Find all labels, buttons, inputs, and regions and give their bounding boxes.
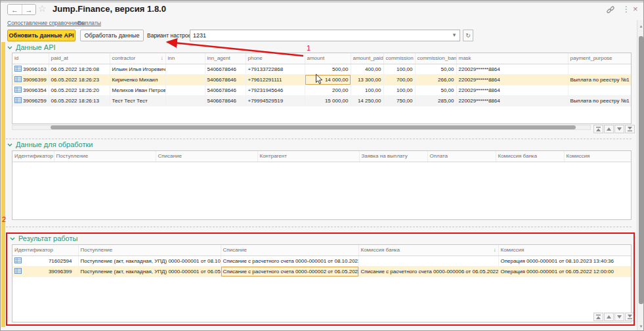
favorite-star-icon[interactable]: ☆ [38,3,47,14]
cell[interactable]: 5406678646 [205,95,246,106]
table-row[interactable]: 3909639906.05.2022 18:26:23Кириченко Мих… [12,74,632,85]
cell[interactable]: Поступление (акт, накладная, УПД) 0000-0… [78,255,221,266]
scroll-down-button[interactable] [614,125,624,133]
cell[interactable]: Операция 0000-000001 от 06.05.2022 12:00… [498,266,632,276]
cell[interactable]: Мелихов Иван Петров... [110,85,165,95]
column-header[interactable]: id [12,53,49,64]
cell[interactable]: Кириченко Михаил [110,74,165,85]
forward-button[interactable]: → [22,5,35,14]
cell[interactable]: +79133722868 [246,64,305,74]
cell[interactable]: Ильин Илья Игоревич [110,64,165,74]
cell[interactable]: +79994529519 [246,95,305,106]
column-header[interactable]: commission_bank [415,53,456,64]
column-header[interactable]: paid_at [49,53,110,64]
close-icon[interactable]: × [633,5,638,14]
column-header[interactable]: Идентификатор [12,151,54,162]
section-header-work-result[interactable]: Результат работы [10,234,77,242]
scroll-up-arrow-icon[interactable]: ▲ [639,24,643,28]
section-header-api-data[interactable]: Данные API [7,43,56,51]
cell[interactable]: Операция 0000-000001 от 08.10.2023 13:40… [498,255,632,266]
column-header[interactable]: Идентификатор [12,245,78,255]
cell[interactable]: 220029******8864 [456,64,568,74]
cell[interactable] [165,85,205,95]
cell[interactable]: 06.05.2022 18:26:20 [49,85,110,95]
settings-variant-combobox[interactable]: 1231 ▾ [190,30,460,41]
column-header[interactable]: Заявка на выплату [359,151,427,162]
cell[interactable]: 39096259 [12,95,49,106]
column-header[interactable]: Оплата [427,151,496,162]
cell[interactable]: 39096163 [12,64,49,74]
scroll-to-top-button[interactable] [593,313,603,321]
cell[interactable]: 39096399 [12,74,49,85]
cell[interactable]: Выплата по реестру №1 [568,74,632,85]
column-header[interactable]: inn [165,53,205,64]
cell[interactable]: Списание с расчетного счета 0000-000001 … [221,255,358,266]
column-header[interactable]: inn_agent [205,53,246,64]
cell[interactable] [165,64,205,74]
column-header[interactable]: contractor↓ [110,53,165,64]
cell[interactable]: 400,00 [351,64,383,74]
column-header[interactable]: Списание [156,151,257,162]
cell[interactable]: 750,00 [383,95,415,106]
cell[interactable]: 15 000,00 [305,95,351,106]
horizontal-scrollbar[interactable] [12,125,591,130]
column-header[interactable]: Поступление [78,245,221,255]
column-header[interactable]: phone [246,53,305,64]
link-icon[interactable] [606,5,615,16]
cell[interactable] [358,255,498,266]
cell[interactable]: Списание с расчетного счета 0000-000002 … [221,266,358,276]
cell[interactable]: 100,00 [383,85,415,95]
link-payouts[interactable]: Выплаты [77,20,101,26]
back-button[interactable]: ← [8,5,22,14]
cell[interactable]: 500,00 [305,64,351,74]
table-row[interactable]: 71602594Поступление (акт, накладная, УПД… [12,255,632,266]
more-menu-icon[interactable]: ⋮ [622,5,630,14]
cell[interactable]: 06.05.2022 18:26:13 [49,95,110,106]
cell[interactable]: 100,00 [383,64,415,74]
vertical-scrollbar[interactable]: ▲ ▼ [637,20,644,331]
cell[interactable]: 06.05.2022 18:26:23 [49,74,110,85]
scrollbar-thumb[interactable] [639,36,643,304]
table-row[interactable]: 39096399Поступление (акт, накладная, УПД… [12,266,632,276]
cell[interactable] [165,74,205,85]
column-header[interactable]: Поступление [54,151,156,162]
cell[interactable]: 06.05.2022 18:26:08 [49,64,110,74]
cell[interactable]: 39096354 [12,85,49,95]
section-splitter[interactable] [6,227,632,227]
cell[interactable]: Выплата по реестру №1 [568,95,632,106]
cell[interactable]: +79612291111 [246,74,305,85]
scroll-down-arrow-icon[interactable]: ▼ [639,324,643,328]
scroll-to-bottom-button[interactable] [625,313,635,321]
column-header[interactable]: Комиссия [498,245,632,255]
cell[interactable]: 220029******8864 [456,95,568,106]
chevron-down-icon[interactable]: ▾ [450,32,458,39]
cell[interactable]: 100,00 [351,85,383,95]
refresh-api-data-button[interactable]: Обновить данные API [7,30,75,41]
table-row[interactable]: 3909616306.05.2022 18:26:08Ильин Илья Иг… [12,64,632,74]
process-data-button[interactable]: Обработать данные [80,30,144,41]
scroll-to-bottom-button[interactable] [625,125,635,133]
cell[interactable]: 39096399 [12,266,78,276]
cell[interactable]: 5406678646 [205,85,246,95]
cell[interactable]: 220029******8864 [456,74,568,85]
scrollbar-thumb[interactable] [51,125,576,129]
cell[interactable] [568,85,632,95]
cell[interactable]: 5406678646 [205,74,246,85]
column-header[interactable]: Комиссия банка [496,151,564,162]
cell[interactable]: 200,00 [305,85,351,95]
cell[interactable] [165,95,205,106]
cell[interactable]: +79231945646 [246,85,305,95]
column-header[interactable]: mask [456,53,568,64]
section-splitter[interactable] [6,139,632,139]
cell[interactable]: 220029******8864 [456,85,568,95]
cell[interactable]: 71602594 [12,255,78,266]
column-header[interactable]: commission [383,53,415,64]
cell[interactable]: 13 300,00 [351,74,383,85]
section-header-processing-data[interactable]: Данные для обработки [7,141,93,148]
scroll-to-top-button[interactable] [593,125,603,133]
table-row[interactable]: 3909625906.05.2022 18:26:13Тест Тест Тес… [12,95,632,106]
column-header[interactable]: Списание [221,245,358,255]
cell[interactable]: Списание с расчетного счета 0000-000006 … [358,266,498,276]
cell[interactable]: 50,00 [415,85,456,95]
cell[interactable]: 700,00 [383,74,415,85]
